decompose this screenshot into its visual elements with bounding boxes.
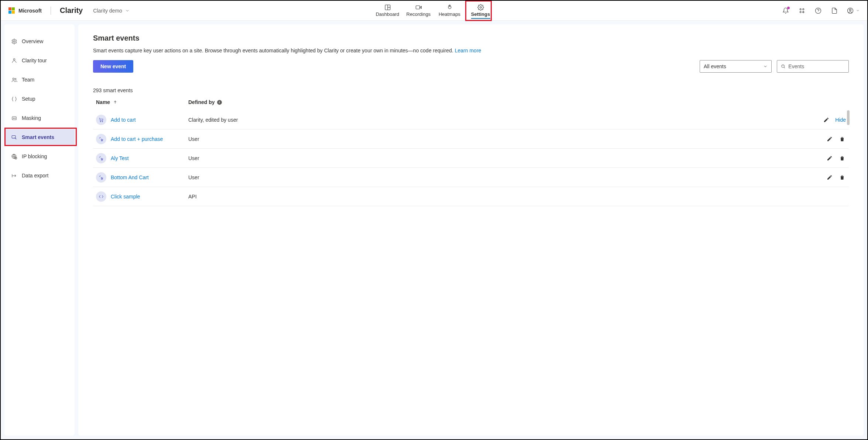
header-actions [782,7,860,14]
sidebar-label: Smart events [22,134,54,140]
filter-dropdown[interactable]: All events [700,60,772,73]
row-actions [826,135,846,143]
sidebar-label: Setup [22,96,35,102]
svg-point-13 [13,41,15,42]
edit-button[interactable] [826,135,833,143]
chevron-down-icon [763,64,768,69]
column-header-name[interactable]: Name [96,99,188,105]
chevron-down-icon [856,8,860,13]
edit-button[interactable] [826,155,833,162]
hide-button[interactable]: Hide [835,117,846,123]
sidebar-item-smart-events[interactable]: Smart events [4,129,75,145]
document-button[interactable] [831,7,838,14]
table-body: Add to cartClarity, edited by userHideAd… [93,110,849,206]
tab-settings[interactable]: Settings [465,1,496,20]
search-input[interactable] [788,63,845,69]
project-name: Clarity demo [93,8,122,14]
filter-selected: All events [704,63,726,69]
settings-sidebar: Overview Clarity tour Team Setup Masking… [4,24,75,436]
svg-line-28 [784,67,785,68]
profile-menu[interactable] [847,7,860,14]
dashboard-icon [384,4,391,11]
event-defined-by: User [188,136,826,142]
tab-dashboard[interactable]: Dashboard [372,1,403,20]
flame-icon [446,4,453,11]
tab-label: Dashboard [376,11,399,17]
svg-point-30 [100,121,101,122]
sidebar-label: Overview [22,38,43,44]
delete-button[interactable] [838,155,846,162]
project-selector[interactable]: Clarity demo [93,8,130,14]
svg-point-19 [15,118,16,118]
sidebar-item-masking[interactable]: Masking [4,110,75,126]
sidebar-item-team[interactable]: Team [4,72,75,88]
tab-recordings[interactable]: Recordings [403,1,434,20]
svg-marker-4 [420,6,422,8]
brand-area: Microsoft Clarity [8,6,83,15]
event-name-link[interactable]: Add to cart [111,117,188,123]
mask-icon [11,115,17,121]
divider [51,7,51,15]
svg-point-18 [13,118,14,118]
event-name-link[interactable]: Bottom And Cart [111,174,188,180]
edit-button[interactable] [826,174,833,181]
export-icon [11,173,17,179]
column-header-defined-by: Defined by i [188,99,846,105]
braces-icon [11,96,17,102]
tab-heatmaps[interactable]: Heatmaps [434,1,465,20]
event-type-icon [96,115,106,125]
row-actions [826,155,846,162]
svg-rect-17 [12,117,16,120]
scrollbar-thumb[interactable] [847,110,850,125]
sidebar-item-setup[interactable]: Setup [4,91,75,107]
sidebar-label: Team [22,77,34,83]
globe-block-icon [11,153,17,160]
edit-button[interactable] [823,116,830,124]
col-label: Defined by [188,99,215,105]
search-box[interactable] [777,60,849,73]
sort-up-icon [113,100,117,104]
svg-point-8 [800,11,801,13]
learn-more-link[interactable]: Learn more [455,48,481,53]
video-icon [415,4,422,11]
events-icon [11,134,17,141]
page-description: Smart events capture key user actions on… [93,48,849,53]
events-count: 293 smart events [93,87,849,93]
new-event-button[interactable]: New event [93,60,133,73]
sidebar-label: Data export [22,173,48,179]
svg-point-21 [16,139,16,139]
team-icon [11,77,17,83]
action-row: New event All events [93,60,849,73]
gear-icon [477,4,484,11]
svg-point-16 [15,78,16,80]
event-name-link[interactable]: Click sample [111,194,188,200]
help-button[interactable] [814,7,822,14]
page-title: Smart events [93,34,849,42]
main-content: Smart events Smart events capture key us… [78,24,864,436]
user-circle-icon [847,7,854,14]
sidebar-item-ip-blocking[interactable]: IP blocking [4,148,75,164]
svg-point-7 [803,8,804,10]
svg-point-15 [13,78,14,79]
event-defined-by: Clarity, edited by user [188,117,823,123]
delete-button[interactable] [838,174,846,181]
event-type-icon [96,134,106,144]
row-actions [826,174,846,181]
apps-button[interactable] [798,7,806,14]
event-defined-by: User [188,155,826,161]
sidebar-item-overview[interactable]: Overview [4,33,75,49]
chevron-down-icon [125,8,130,13]
table-row: Add to cartClarity, edited by userHide [93,110,849,129]
notifications-button[interactable] [782,7,789,14]
product-name: Clarity [60,6,83,15]
sidebar-item-tour[interactable]: Clarity tour [4,52,75,69]
event-type-icon [96,153,106,163]
event-name-link[interactable]: Add to cart + purchase [111,136,188,142]
info-icon[interactable]: i [217,100,222,105]
delete-button[interactable] [838,135,846,143]
event-name-link[interactable]: Aly Test [111,155,188,161]
help-icon [815,7,821,14]
gear-icon [11,38,17,45]
svg-rect-3 [416,6,420,9]
sidebar-item-data-export[interactable]: Data export [4,167,75,184]
